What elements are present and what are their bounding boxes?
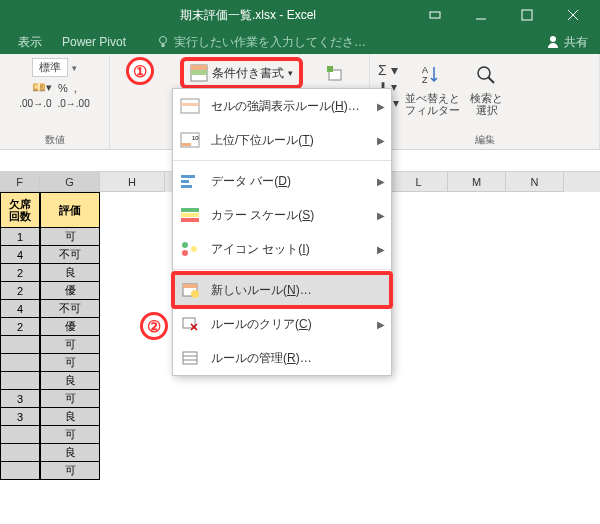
- close-button[interactable]: [550, 0, 596, 30]
- menu-icon-sets[interactable]: アイコン セット(I) ▶: [173, 232, 391, 266]
- submenu-arrow-icon: ▶: [377, 244, 385, 255]
- cf-label: 条件付き書式: [212, 65, 284, 82]
- cell-rating[interactable]: 良: [40, 408, 100, 426]
- svg-rect-15: [191, 65, 207, 70]
- menu-data-bars[interactable]: データ バー(D) ▶: [173, 164, 391, 198]
- cell-rating[interactable]: 優: [40, 282, 100, 300]
- menu-label: データ バー(D): [211, 173, 291, 190]
- tell-me-text: 実行したい作業を入力してくださ…: [174, 34, 366, 51]
- submenu-arrow-icon: ▶: [377, 319, 385, 330]
- col-M[interactable]: M: [448, 172, 506, 192]
- cell-rating[interactable]: 優: [40, 318, 100, 336]
- newrule-icon: [179, 281, 201, 299]
- conditional-formatting-button[interactable]: 条件付き書式 ▾: [180, 57, 303, 89]
- decrease-decimal-icon[interactable]: .0→.00: [58, 98, 90, 109]
- cell-rating[interactable]: 良: [40, 372, 100, 390]
- col-N[interactable]: N: [506, 172, 564, 192]
- menu-separator: [173, 160, 391, 161]
- submenu-arrow-icon: ▶: [377, 101, 385, 112]
- menu-label: 新しいルール(N)…: [211, 282, 312, 299]
- col-G[interactable]: G: [40, 172, 100, 192]
- cell-absences[interactable]: 2: [0, 264, 40, 282]
- cell-rating[interactable]: 不可: [40, 246, 100, 264]
- svg-rect-20: [181, 143, 191, 146]
- menu-label: ルールのクリア(C): [211, 316, 312, 333]
- menu-new-rule[interactable]: 新しいルール(N)…: [173, 273, 391, 307]
- cell-absences[interactable]: [0, 336, 40, 354]
- person-icon: [546, 35, 560, 49]
- cell-rating[interactable]: 不可: [40, 300, 100, 318]
- cell-rating[interactable]: 可: [40, 228, 100, 246]
- percent-icon[interactable]: %: [58, 82, 68, 94]
- svg-rect-27: [181, 218, 199, 222]
- increase-decimal-icon[interactable]: .00→.0: [19, 98, 51, 109]
- menu-separator: [173, 269, 391, 270]
- autosum-icon[interactable]: Σ ▾: [378, 62, 399, 78]
- iconset-icon: [179, 240, 201, 258]
- share-button[interactable]: 共有: [534, 34, 600, 51]
- cell-absences[interactable]: 4: [0, 246, 40, 264]
- minimize-button[interactable]: [458, 0, 504, 30]
- menu-color-scales[interactable]: カラー スケール(S) ▶: [173, 198, 391, 232]
- find-select-button[interactable]: 検索と 選択: [466, 58, 507, 118]
- cell-absences[interactable]: 1: [0, 228, 40, 246]
- svg-rect-6: [162, 44, 165, 47]
- cell-rating[interactable]: 可: [40, 426, 100, 444]
- find-icon: [471, 60, 503, 92]
- menu-label: カラー スケール(S): [211, 207, 314, 224]
- cell-rating[interactable]: 良: [40, 444, 100, 462]
- cell-rating[interactable]: 可: [40, 336, 100, 354]
- svg-rect-0: [430, 12, 440, 18]
- cell-absences[interactable]: [0, 354, 40, 372]
- dropdown-icon[interactable]: ▾: [72, 63, 77, 73]
- number-format-std[interactable]: 標準: [32, 58, 68, 77]
- cell-absences[interactable]: 4: [0, 300, 40, 318]
- cell-absences[interactable]: [0, 462, 40, 480]
- menu-top-bottom[interactable]: 10 上位/下位ルール(T) ▶: [173, 123, 391, 157]
- manage-rules-icon: [179, 349, 201, 367]
- cell-absences[interactable]: 3: [0, 390, 40, 408]
- svg-rect-18: [181, 103, 199, 106]
- cell-absences[interactable]: 3: [0, 408, 40, 426]
- table-row: 3良: [0, 408, 600, 426]
- table-row: 3可: [0, 390, 600, 408]
- cell-rating[interactable]: 可: [40, 354, 100, 372]
- tab-view[interactable]: 表示: [8, 34, 52, 51]
- col-H[interactable]: H: [100, 172, 165, 192]
- menu-highlight-cells[interactable]: セルの強調表示ルール(H)… ▶: [173, 89, 391, 123]
- menu-manage-rules[interactable]: ルールの管理(R)…: [173, 341, 391, 375]
- svg-point-33: [191, 290, 199, 298]
- col-F[interactable]: F: [0, 172, 40, 192]
- tell-me[interactable]: 実行したい作業を入力してくださ…: [156, 34, 534, 51]
- svg-point-28: [182, 242, 188, 248]
- tab-powerpivot[interactable]: Power Pivot: [52, 35, 136, 49]
- cell-rating[interactable]: 良: [40, 264, 100, 282]
- table-row: 可: [0, 426, 600, 444]
- header-absences: 欠席 回数: [0, 192, 40, 228]
- svg-point-5: [160, 37, 167, 44]
- cell-rating[interactable]: 可: [40, 390, 100, 408]
- cell-absences[interactable]: [0, 372, 40, 390]
- menu-label: 上位/下位ルール(T): [211, 132, 314, 149]
- menu-clear-rules[interactable]: ルールのクリア(C) ▶: [173, 307, 391, 341]
- table-row: 良: [0, 444, 600, 462]
- submenu-arrow-icon: ▶: [377, 210, 385, 221]
- cell-rating[interactable]: 可: [40, 462, 100, 480]
- svg-rect-16: [191, 70, 207, 75]
- topbottom-icon: 10: [179, 131, 201, 149]
- table-row: 可: [0, 462, 600, 480]
- svg-point-30: [191, 246, 197, 252]
- ribbon-display-button[interactable]: [412, 0, 458, 30]
- cell-absences[interactable]: [0, 426, 40, 444]
- col-L[interactable]: L: [390, 172, 448, 192]
- maximize-button[interactable]: [504, 0, 550, 30]
- sort-filter-button[interactable]: AZ 並べ替えと フィルター: [401, 58, 464, 118]
- svg-text:A: A: [422, 65, 428, 75]
- submenu-arrow-icon: ▶: [377, 176, 385, 187]
- cell-absences[interactable]: 2: [0, 282, 40, 300]
- cell-absences[interactable]: 2: [0, 318, 40, 336]
- svg-rect-25: [181, 208, 199, 212]
- cell-absences[interactable]: [0, 444, 40, 462]
- comma-icon[interactable]: ,: [74, 82, 77, 94]
- currency-icon[interactable]: 💴▾: [32, 81, 52, 94]
